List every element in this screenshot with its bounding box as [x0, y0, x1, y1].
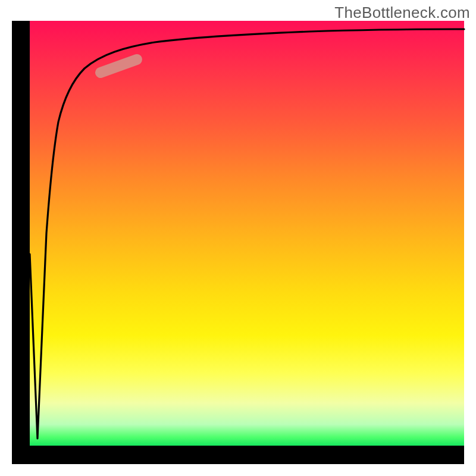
curve-svg	[30, 21, 464, 446]
chart-frame	[12, 21, 464, 464]
watermark-text: TheBottleneck.com	[334, 4, 470, 22]
plot-area	[30, 21, 464, 446]
chart-container: TheBottleneck.com	[0, 0, 476, 476]
main-curve	[30, 29, 464, 439]
highlight-segment	[101, 60, 137, 73]
